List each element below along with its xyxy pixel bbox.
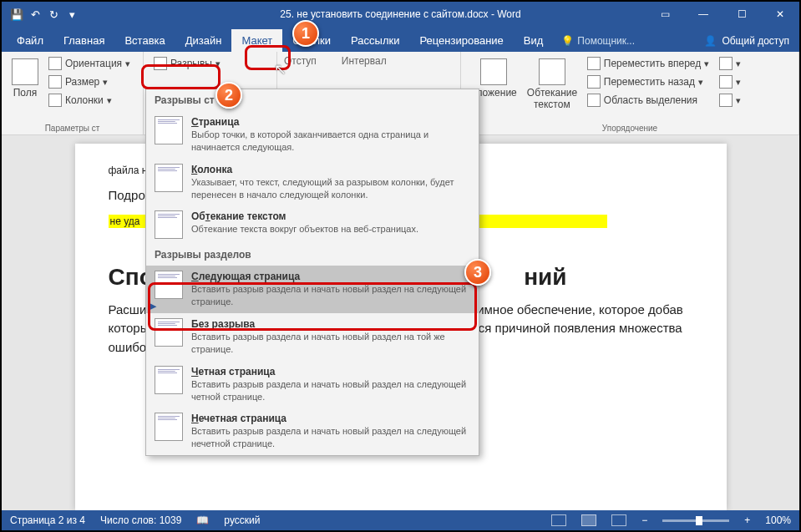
tab-insert[interactable]: Вставка	[114, 29, 175, 52]
dd-item-continuous[interactable]: Без разрываВставить разрыв раздела и нач…	[146, 313, 479, 361]
callout-2: 2	[215, 82, 242, 109]
dd-item-column[interactable]: КолонкаУказывает, что текст, следующий з…	[146, 159, 479, 206]
wrap-label: Обтекание текстом	[527, 87, 577, 110]
web-layout-icon[interactable]	[611, 514, 626, 526]
ribbon-options-icon[interactable]: ▭	[646, 2, 684, 27]
rotate-icon	[719, 94, 733, 107]
callout-1: 1	[292, 20, 319, 47]
tell-me-helper[interactable]: 💡 Помощник...	[553, 30, 643, 52]
breaks-icon	[154, 57, 167, 70]
status-word-count[interactable]: Число слов: 1039	[100, 514, 181, 526]
zoom-slider[interactable]	[662, 519, 729, 522]
dd-title: Четная страница	[191, 366, 470, 377]
print-layout-icon[interactable]	[581, 514, 596, 526]
dd-item-page[interactable]: ССтраницатраницаВыбор точки, в которой з…	[146, 111, 479, 159]
columns-icon	[48, 94, 62, 107]
margins-button[interactable]: Поля	[8, 55, 42, 109]
status-bar: Страница 2 из 4 Число слов: 1039 📖 русск…	[2, 510, 799, 530]
send-backward-button[interactable]: Переместить назад ▾	[584, 73, 712, 90]
wrap-icon	[539, 58, 565, 85]
close-button[interactable]: ✕	[761, 2, 799, 27]
status-page[interactable]: Страница 2 из 4	[10, 514, 85, 526]
columns-label: Колонки	[65, 94, 104, 106]
page-break-icon	[155, 116, 183, 144]
dd-item-odd-page[interactable]: Нечетная страницаВставить разрыв раздела…	[146, 408, 479, 455]
dd-title: Колонка	[191, 164, 470, 175]
orientation-label: Ориентация	[65, 58, 122, 69]
selection-arrow-icon: ▶	[150, 301, 156, 312]
status-proof-icon[interactable]: 📖	[196, 514, 209, 526]
status-language[interactable]: русский	[224, 514, 260, 526]
orientation-button[interactable]: Ориентация ▾	[45, 55, 134, 72]
tab-home[interactable]: Главная	[53, 29, 114, 52]
title-bar: 💾 ↶ ↻ ▾ 25. не установить соединение с с…	[2, 2, 799, 27]
text-wrap-break-icon	[155, 210, 183, 239]
share-button[interactable]: 👤 Общий доступ	[694, 30, 799, 52]
dd-item-text-wrapping[interactable]: Обтекание текстомОбтекание текста вокруг…	[146, 205, 479, 244]
undo-icon[interactable]: ↶	[28, 8, 42, 21]
dd-desc: Вставить разрыв раздела и начать новый р…	[191, 378, 470, 403]
minimize-button[interactable]: —	[684, 2, 722, 27]
quick-access-toolbar: 💾 ↶ ↻ ▾	[2, 8, 87, 21]
group-page-setup-label: Параметры ст	[8, 124, 136, 133]
tab-layout[interactable]: Макет	[231, 29, 282, 52]
continuous-icon	[155, 318, 183, 347]
backward-label: Переместить назад	[604, 76, 695, 88]
dd-item-next-page[interactable]: Следующая страницаВставить разрыв раздел…	[146, 266, 479, 313]
tab-design[interactable]: Дизайн	[175, 29, 232, 52]
orientation-icon	[48, 57, 62, 70]
breaks-button[interactable]: Разрывы ▾	[150, 55, 224, 72]
tab-review[interactable]: Рецензирование	[409, 29, 513, 52]
size-button[interactable]: Размер ▾	[45, 73, 134, 90]
forward-label: Переместить вперед	[604, 58, 701, 69]
zoom-out-button[interactable]: −	[641, 514, 647, 526]
tab-mailings[interactable]: Рассылки	[341, 29, 409, 52]
columns-button[interactable]: Колонки ▾	[45, 92, 134, 109]
tab-file[interactable]: Файл	[7, 29, 53, 52]
dd-desc: Обтекание текста вокруг объектов на веб-…	[191, 223, 418, 236]
dd-title: ССтраницатраница	[191, 116, 470, 128]
redo-icon[interactable]: ↻	[47, 8, 60, 21]
dd-header-page-breaks: Разрывы ст	[146, 89, 479, 111]
dd-desc: Вставить разрыв раздела и начать новый р…	[191, 425, 470, 450]
dd-desc: Вставить разрыв раздела и начать новый р…	[191, 283, 470, 308]
qat-dropdown-icon[interactable]: ▾	[65, 8, 79, 21]
selection-label: Область выделения	[604, 94, 697, 106]
dd-desc: Выбор точки, в которой заканчивается одн…	[191, 129, 470, 154]
margins-icon	[12, 58, 38, 85]
margins-label: Поля	[13, 87, 38, 99]
cursor-icon: ↖	[274, 60, 286, 79]
zoom-level[interactable]: 100%	[765, 514, 791, 526]
selection-pane-button[interactable]: Область выделения	[584, 92, 712, 109]
helper-label: Помощник...	[577, 35, 635, 47]
zoom-in-button[interactable]: +	[744, 514, 750, 526]
interval-label: Интервал	[342, 55, 387, 67]
dd-header-section-breaks: Разрывы разделов	[146, 244, 479, 266]
ribbon-tabs: Файл Главная Вставка Дизайн Макет Ссылки…	[2, 27, 799, 52]
dd-title: Без разрыва	[191, 318, 470, 330]
align-icon	[719, 57, 733, 70]
window-buttons: ▭ — ☐ ✕	[646, 2, 799, 27]
column-break-icon	[155, 164, 183, 192]
bring-forward-button[interactable]: Переместить вперед ▾	[584, 55, 712, 72]
group-button[interactable]: ▾	[716, 73, 744, 90]
breaks-dropdown: Разрывы ст ССтраницатраницаВыбор точки, …	[145, 89, 479, 456]
share-label: Общий доступ	[722, 35, 789, 47]
rotate-button[interactable]: ▾	[716, 92, 744, 109]
selection-icon	[587, 94, 601, 107]
dd-item-even-page[interactable]: Четная страницаВставить разрыв раздела и…	[146, 361, 479, 408]
align-button[interactable]: ▾	[716, 55, 744, 72]
read-mode-icon[interactable]	[551, 514, 566, 526]
group-arrange-label: Упорядочение	[468, 124, 792, 133]
maximize-button[interactable]: ☐	[722, 2, 761, 27]
tab-view[interactable]: Вид	[514, 29, 554, 52]
dd-title: Следующая страница	[191, 271, 470, 282]
odd-page-icon	[155, 413, 183, 441]
document-title: 25. не установить соединение с сайтом.do…	[280, 8, 520, 20]
wrap-text-button[interactable]: Обтекание текстом	[524, 55, 580, 114]
position-icon	[480, 58, 507, 85]
forward-icon	[587, 57, 601, 70]
group-icon	[719, 75, 733, 89]
save-icon[interactable]: 💾	[10, 8, 23, 21]
next-page-icon	[155, 271, 183, 299]
